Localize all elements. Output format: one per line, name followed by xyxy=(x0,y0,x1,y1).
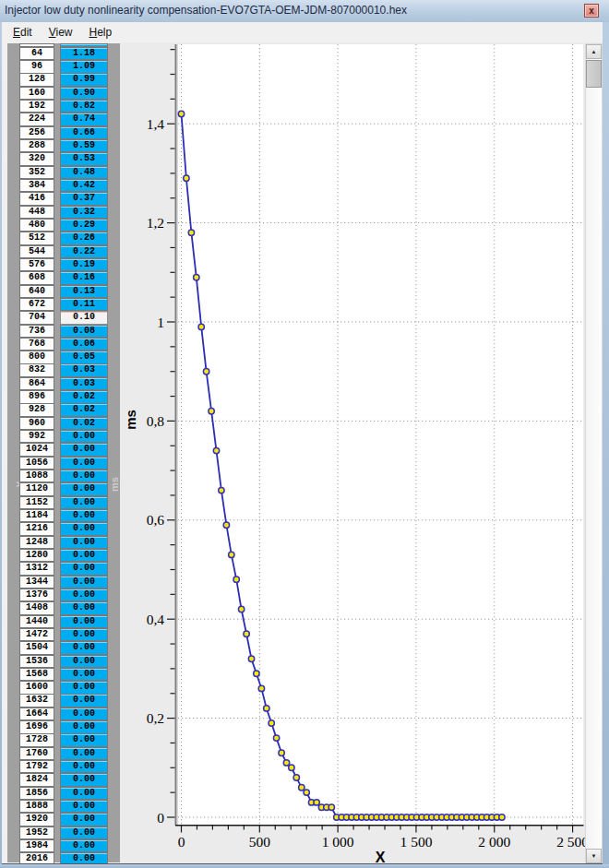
x-cell-352[interactable]: 352 xyxy=(19,166,54,179)
ms-cell-1184[interactable]: 0.00 xyxy=(60,509,108,522)
x-cell-1696[interactable]: 1696 xyxy=(19,720,54,733)
ms-cell-1600[interactable]: 0.00 xyxy=(60,681,108,694)
ms-cell-1152[interactable]: 0.00 xyxy=(60,496,108,509)
x-cell-256[interactable]: 256 xyxy=(19,126,54,139)
x-cell-1600[interactable]: 1600 xyxy=(19,681,54,694)
ms-cell-160[interactable]: 0.90 xyxy=(60,87,108,100)
x-cell-1536[interactable]: 1536 xyxy=(19,655,54,668)
x-cell-480[interactable]: 480 xyxy=(19,219,54,232)
ms-cell-960[interactable]: 0.02 xyxy=(60,417,108,430)
x-cell-1120[interactable]: 1120 xyxy=(19,482,54,495)
ms-cell-1504[interactable]: 0.00 xyxy=(60,641,108,654)
x-cell-160[interactable]: 160 xyxy=(19,87,54,100)
x-cell-1984[interactable]: 1984 xyxy=(19,839,54,852)
x-cell-672[interactable]: 672 xyxy=(19,298,54,311)
ms-cell-1696[interactable]: 0.00 xyxy=(60,720,108,733)
ms-cell-1824[interactable]: 0.00 xyxy=(60,773,108,786)
x-cell-1792[interactable]: 1792 xyxy=(19,760,54,773)
x-cell-704[interactable]: 704 xyxy=(19,311,54,324)
x-cell-1568[interactable]: 1568 xyxy=(19,668,54,681)
x-cell-1728[interactable]: 1728 xyxy=(19,733,54,746)
ms-cell-1440[interactable]: 0.00 xyxy=(60,615,108,628)
plot-area[interactable] xyxy=(178,44,583,826)
x-cell-320[interactable]: 320 xyxy=(19,152,54,165)
ms-cell-928[interactable]: 0.02 xyxy=(60,403,108,416)
menu-item-edit[interactable]: Edit xyxy=(5,22,41,39)
ms-cell-256[interactable]: 0.66 xyxy=(60,126,108,139)
ms-cell-1664[interactable]: 0.00 xyxy=(60,707,108,720)
ms-cell-1312[interactable]: 0.00 xyxy=(60,562,108,575)
x-cell-1440[interactable]: 1440 xyxy=(19,615,54,628)
ms-cell-1632[interactable]: 0.00 xyxy=(60,694,108,707)
scroll-up-icon[interactable]: ▲ xyxy=(586,44,602,59)
ms-cell-1760[interactable]: 0.00 xyxy=(60,747,108,760)
menu-item-view[interactable]: View xyxy=(41,22,81,39)
ms-cell-64[interactable]: 1.18 xyxy=(60,47,108,60)
ms-cell-1888[interactable]: 0.00 xyxy=(60,800,108,813)
ms-cell-896[interactable]: 0.02 xyxy=(60,390,108,403)
ms-cell-1856[interactable]: 0.00 xyxy=(60,787,108,800)
x-cell-640[interactable]: 640 xyxy=(19,285,54,298)
x-cell-1184[interactable]: 1184 xyxy=(19,509,54,522)
ms-cell-992[interactable]: 0.00 xyxy=(60,430,108,443)
ms-cell-1088[interactable]: 0.00 xyxy=(60,470,108,482)
x-cell-64[interactable]: 64 xyxy=(19,47,54,60)
x-cell-416[interactable]: 416 xyxy=(19,192,54,205)
injector-compensation-chart[interactable]: 00,20,40,60,811,21,405001 0001 5002 0002… xyxy=(120,42,585,866)
x-cell-1088[interactable]: 1088 xyxy=(19,470,54,482)
ms-cell-1376[interactable]: 0.00 xyxy=(60,589,108,601)
ms-cell-480[interactable]: 0.29 xyxy=(60,219,108,232)
ms-cell-512[interactable]: 0.26 xyxy=(60,232,108,244)
ms-cell-320[interactable]: 0.53 xyxy=(60,152,108,165)
x-cell-1280[interactable]: 1280 xyxy=(19,549,54,562)
ms-cell-608[interactable]: 0.16 xyxy=(60,271,108,284)
ms-cell-832[interactable]: 0.03 xyxy=(60,363,108,376)
ms-cell-1728[interactable]: 0.00 xyxy=(60,733,108,746)
x-cell-928[interactable]: 928 xyxy=(19,403,54,416)
x-cell-384[interactable]: 384 xyxy=(19,179,54,192)
ms-cell-384[interactable]: 0.42 xyxy=(60,179,108,192)
ms-cell-288[interactable]: 0.59 xyxy=(60,139,108,152)
x-cell-736[interactable]: 736 xyxy=(19,325,54,338)
ms-cell-1344[interactable]: 0.00 xyxy=(60,576,108,589)
ms-cell-576[interactable]: 0.19 xyxy=(60,258,108,271)
x-cell-864[interactable]: 864 xyxy=(19,377,54,390)
x-cell-1952[interactable]: 1952 xyxy=(19,826,54,839)
x-cell-1920[interactable]: 1920 xyxy=(19,813,54,826)
x-cell-128[interactable]: 128 xyxy=(19,73,54,86)
x-cell-1664[interactable]: 1664 xyxy=(19,707,54,720)
ms-cell-224[interactable]: 0.74 xyxy=(60,113,108,125)
x-cell-896[interactable]: 896 xyxy=(19,390,54,403)
x-cell-544[interactable]: 544 xyxy=(19,245,54,258)
x-cell-1248[interactable]: 1248 xyxy=(19,536,54,549)
ms-cell-128[interactable]: 0.99 xyxy=(60,73,108,86)
ms-cell-448[interactable]: 0.32 xyxy=(60,206,108,219)
x-cell-1312[interactable]: 1312 xyxy=(19,562,54,575)
scroll-down-icon[interactable]: ▼ xyxy=(586,849,602,863)
x-cell-576[interactable]: 576 xyxy=(19,258,54,271)
x-cell-1856[interactable]: 1856 xyxy=(19,787,54,800)
x-cell-288[interactable]: 288 xyxy=(19,139,54,152)
x-cell-608[interactable]: 608 xyxy=(19,271,54,284)
ms-cell-1056[interactable]: 0.00 xyxy=(60,457,108,470)
ms-cell-352[interactable]: 0.48 xyxy=(60,166,108,179)
x-cell-1888[interactable]: 1888 xyxy=(19,800,54,813)
ms-cell-1280[interactable]: 0.00 xyxy=(60,549,108,562)
x-cell-448[interactable]: 448 xyxy=(19,206,54,219)
ms-cell-640[interactable]: 0.13 xyxy=(60,285,108,298)
x-cell-768[interactable]: 768 xyxy=(19,338,54,351)
x-cell-1152[interactable]: 1152 xyxy=(19,496,54,509)
x-cell-1024[interactable]: 1024 xyxy=(19,443,54,456)
x-cell-1216[interactable]: 1216 xyxy=(19,522,54,535)
ms-cell-1952[interactable]: 0.00 xyxy=(60,826,108,839)
ms-cell-416[interactable]: 0.37 xyxy=(60,192,108,205)
x-cell-1824[interactable]: 1824 xyxy=(19,773,54,786)
x-cell-1056[interactable]: 1056 xyxy=(19,457,54,470)
close-icon[interactable]: x xyxy=(584,4,599,18)
x-cell-832[interactable]: 832 xyxy=(19,363,54,376)
menu-item-help[interactable]: Help xyxy=(81,22,121,39)
ms-cell-768[interactable]: 0.06 xyxy=(60,338,108,351)
chart-vertical-scrollbar[interactable]: ▲ ▼ xyxy=(585,43,603,864)
x-cell-1472[interactable]: 1472 xyxy=(19,628,54,641)
ms-cell-1920[interactable]: 0.00 xyxy=(60,813,108,826)
